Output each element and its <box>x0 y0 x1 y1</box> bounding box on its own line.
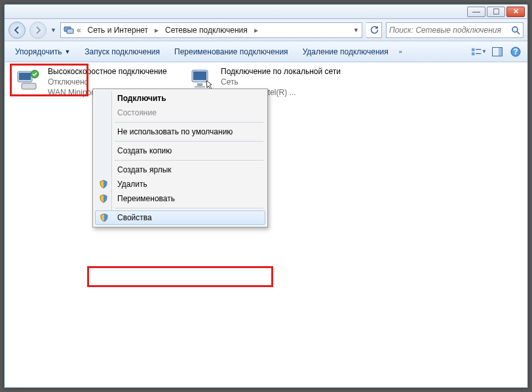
context-menu-separator <box>115 141 263 142</box>
connection-status: Отключено <box>48 77 167 87</box>
ctx-create-shortcut[interactable]: Создать ярлык <box>95 163 265 177</box>
delete-connection-button[interactable]: Удаление подключения <box>296 45 395 59</box>
shield-icon <box>100 213 109 222</box>
chevron-down-icon: ▼ <box>64 49 70 55</box>
organize-label: Упорядочить <box>15 47 62 56</box>
connection-name: Подключение по локальной сети <box>221 66 341 77</box>
chevron-right-icon: ▸ <box>253 26 259 35</box>
minimize-button[interactable]: ― <box>467 7 485 17</box>
view-options-button[interactable]: ▼ <box>471 45 487 59</box>
breadcrumb-seg-2[interactable]: Сетевые подключения <box>161 24 252 36</box>
annotation-highlight-2 <box>87 266 273 287</box>
shield-icon <box>99 180 108 189</box>
forward-button[interactable] <box>29 22 47 39</box>
svg-text:?: ? <box>513 47 518 56</box>
breadcrumb[interactable]: « Сеть и Интернет ▸ Сетевые подключения … <box>60 22 362 38</box>
connection-icon <box>15 66 43 94</box>
chevron-left-icon: « <box>75 26 83 35</box>
ctx-rename[interactable]: Переименовать <box>95 191 265 206</box>
back-button[interactable] <box>9 22 26 39</box>
svg-rect-18 <box>197 83 202 86</box>
address-bar: ▼ « Сеть и Интернет ▸ Сетевые подключени… <box>5 19 527 41</box>
svg-rect-4 <box>472 48 474 50</box>
svg-rect-17 <box>193 71 206 80</box>
ctx-properties-label: Свойства <box>117 213 152 222</box>
preview-pane-button[interactable] <box>489 45 505 59</box>
context-menu-separator <box>115 208 263 208</box>
ctx-not-default[interactable]: Не использовать по умолчанию <box>95 125 265 139</box>
svg-rect-9 <box>499 48 502 56</box>
svg-rect-1 <box>67 29 73 33</box>
ctx-delete[interactable]: Удалить <box>95 177 265 191</box>
close-button[interactable]: ✕ <box>506 7 525 17</box>
svg-point-2 <box>512 27 518 32</box>
svg-rect-19 <box>195 86 205 88</box>
context-menu-separator <box>115 122 263 123</box>
network-icon <box>64 25 74 35</box>
search-icon <box>508 26 520 35</box>
connection-status: Сеть <box>221 77 341 87</box>
shield-icon <box>99 194 108 203</box>
search-input[interactable] <box>389 26 508 35</box>
start-connection-button[interactable]: Запуск подключения <box>78 45 166 59</box>
chevron-right-icon: ▸ <box>153 26 160 35</box>
chevron-down-icon: ▼ <box>482 49 487 54</box>
rename-connection-button[interactable]: Переименование подключения <box>168 45 295 59</box>
svg-rect-5 <box>472 52 474 54</box>
search-box[interactable] <box>386 22 523 38</box>
explorer-window: ― ☐ ✕ ▼ « Сеть и Интернет ▸ Сетевые подк… <box>4 4 528 388</box>
svg-rect-13 <box>19 73 31 80</box>
connection-name: Высокоскоростное подключение <box>48 66 167 77</box>
overflow-chevron-icon[interactable]: » <box>396 46 405 58</box>
help-button[interactable]: ? <box>508 45 523 59</box>
breadcrumb-dropdown-icon[interactable]: ▼ <box>353 27 359 33</box>
ctx-delete-label: Удалить <box>117 180 147 189</box>
ctx-status: Состояние <box>95 106 265 120</box>
content-area: Высокоскоростное подключение Отключено W… <box>5 62 527 387</box>
ctx-properties[interactable]: Свойства <box>95 210 265 225</box>
ctx-connect[interactable]: Подключить <box>95 91 265 106</box>
maximize-button[interactable]: ☐ <box>487 7 505 17</box>
context-menu: Подключить Состояние Не использовать по … <box>92 88 268 227</box>
svg-line-3 <box>517 31 520 34</box>
refresh-button[interactable] <box>366 22 382 38</box>
ctx-rename-label: Переименовать <box>117 194 175 203</box>
title-bar: ― ☐ ✕ <box>5 5 527 19</box>
history-dropdown-icon[interactable]: ▼ <box>50 27 56 33</box>
organize-button[interactable]: Упорядочить ▼ <box>9 45 77 59</box>
breadcrumb-seg-1[interactable]: Сеть и Интернет <box>84 24 152 36</box>
ctx-create-copy[interactable]: Создать копию <box>95 144 265 158</box>
context-menu-separator <box>115 160 263 161</box>
command-bar: Упорядочить ▼ Запуск подключения Переиме… <box>5 41 527 62</box>
svg-rect-14 <box>22 83 36 89</box>
